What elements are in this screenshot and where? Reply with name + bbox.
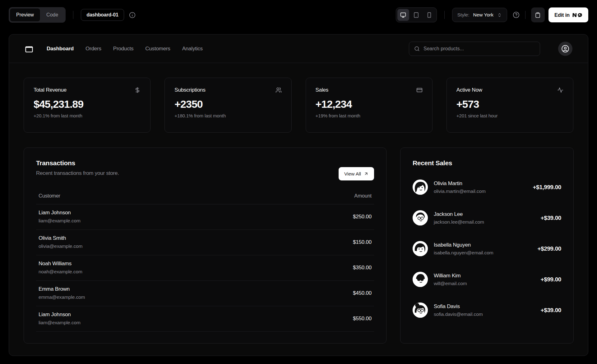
sale-name: Olivia Martin bbox=[434, 180, 486, 187]
transaction-amount: $550.00 bbox=[268, 306, 374, 332]
stat-icon bbox=[134, 87, 141, 93]
toolbar-divider bbox=[73, 11, 73, 19]
desktop-view-button[interactable] bbox=[397, 9, 409, 21]
style-value: New York bbox=[473, 12, 493, 18]
transactions-table: Customer Amount Liam Johnson liam@exampl… bbox=[36, 193, 374, 332]
clipboard-icon bbox=[535, 12, 541, 18]
stat-icon bbox=[557, 87, 563, 93]
nav-item-products[interactable]: Products bbox=[113, 46, 134, 52]
tab-code[interactable]: Code bbox=[40, 8, 64, 21]
sale-name: Jackson Lee bbox=[434, 211, 484, 217]
customer-email: liam@example.com bbox=[39, 218, 265, 224]
device-size-toggle bbox=[396, 7, 437, 22]
sale-email: isabella.nguyen@email.com bbox=[434, 250, 493, 256]
transaction-row[interactable]: Liam Johnson liam@example.com $550.00 bbox=[36, 306, 374, 332]
customer-email: liam@example.com bbox=[39, 320, 265, 325]
recent-sales-list: Olivia Martin olivia.martin@email.com +$… bbox=[413, 180, 561, 318]
store-navbar: Dashboard Orders Products Customers Anal… bbox=[9, 34, 588, 63]
nav-item-orders[interactable]: Orders bbox=[86, 46, 101, 52]
arrow-up-right-icon bbox=[364, 171, 368, 176]
circle-user-icon bbox=[561, 45, 569, 53]
stat-change: +201 since last hour bbox=[456, 113, 563, 118]
stat-icon bbox=[416, 87, 423, 93]
stat-change: +180.1% from last month bbox=[174, 113, 281, 118]
style-select[interactable]: Style: New York bbox=[452, 8, 507, 22]
column-customer: Customer bbox=[36, 193, 268, 204]
stat-title: Active Now bbox=[456, 87, 482, 93]
account-button[interactable] bbox=[558, 42, 572, 56]
avatar bbox=[413, 303, 428, 318]
chevrons-up-down-icon bbox=[497, 13, 502, 17]
tablet-icon bbox=[413, 12, 419, 18]
transaction-row[interactable]: Olivia Smith olivia@example.com $150.00 bbox=[36, 230, 374, 255]
v0-logo-icon bbox=[572, 12, 582, 18]
sale-row[interactable]: Isabella Nguyen isabella.nguyen@email.co… bbox=[413, 241, 561, 256]
sale-amount: +$39.00 bbox=[541, 307, 561, 314]
search-input[interactable] bbox=[423, 46, 535, 52]
sale-row[interactable]: Sofia Davis sofia.davis@email.com +$39.0… bbox=[413, 303, 561, 318]
block-name-badge: dashboard-01 bbox=[81, 9, 124, 21]
sale-row[interactable]: Jackson Lee jackson.lee@email.com +$39.0… bbox=[413, 210, 561, 225]
search-box bbox=[409, 42, 540, 56]
edit-in-label: Edit in bbox=[554, 12, 570, 18]
stat-value: +12,234 bbox=[316, 98, 423, 110]
customer-email: noah@example.com bbox=[39, 269, 265, 275]
stat-title: Total Revenue bbox=[34, 87, 67, 93]
sale-email: will@email.com bbox=[434, 281, 467, 286]
stat-change: +20.1% from last month bbox=[34, 113, 141, 118]
sale-email: olivia.martin@email.com bbox=[434, 189, 486, 194]
column-amount: Amount bbox=[268, 193, 374, 204]
stat-title: Subscriptions bbox=[174, 87, 205, 93]
tablet-view-button[interactable] bbox=[410, 9, 422, 21]
recent-sales-title: Recent Sales bbox=[413, 159, 561, 167]
view-all-label: View All bbox=[344, 171, 361, 177]
stat-value: +2350 bbox=[174, 98, 281, 110]
nav-item-analytics[interactable]: Analytics bbox=[182, 46, 203, 52]
stat-card: Active Now +573 +201 since last hour bbox=[447, 78, 573, 133]
sale-amount: +$299.00 bbox=[537, 245, 561, 252]
transaction-amount: $450.00 bbox=[268, 281, 374, 306]
sale-email: sofia.davis@email.com bbox=[434, 312, 483, 317]
customer-email: emma@example.com bbox=[39, 294, 265, 300]
sale-row[interactable]: Olivia Martin olivia.martin@email.com +$… bbox=[413, 180, 561, 195]
nav-item-dashboard[interactable]: Dashboard bbox=[47, 46, 74, 52]
sale-row[interactable]: William Kim will@email.com +$99.00 bbox=[413, 272, 561, 287]
customer-name: Liam Johnson bbox=[39, 210, 265, 216]
style-label: Style: bbox=[457, 12, 470, 18]
search-icon bbox=[414, 46, 420, 52]
customer-email: olivia@example.com bbox=[39, 243, 265, 249]
mobile-view-button[interactable] bbox=[423, 9, 435, 21]
avatar bbox=[413, 210, 428, 225]
preview-code-toggle: Preview Code bbox=[9, 7, 66, 23]
transaction-amount: $150.00 bbox=[268, 230, 374, 255]
transaction-row[interactable]: Noah Williams noah@example.com $350.00 bbox=[36, 255, 374, 281]
edit-in-v0-button[interactable]: Edit in bbox=[548, 7, 588, 22]
stat-cards: Total Revenue $45,231.89 +20.1% from las… bbox=[24, 78, 573, 133]
stat-value: +573 bbox=[456, 98, 563, 110]
transaction-amount: $350.00 bbox=[268, 255, 374, 281]
smartphone-icon bbox=[426, 12, 432, 18]
stat-value: $45,231.89 bbox=[34, 98, 141, 110]
stat-icon bbox=[275, 87, 282, 93]
sale-email: jackson.lee@email.com bbox=[434, 219, 484, 225]
stat-card: Total Revenue $45,231.89 +20.1% from las… bbox=[24, 78, 150, 133]
info-icon[interactable] bbox=[129, 12, 136, 18]
recent-sales-card: Recent Sales Olivia Martin olivia.martin… bbox=[400, 148, 574, 344]
transaction-row[interactable]: Liam Johnson liam@example.com $250.00 bbox=[36, 204, 374, 230]
sale-amount: +$1,999.00 bbox=[533, 184, 561, 191]
top-toolbar: Preview Code dashboard-01 Style: New Yor… bbox=[0, 0, 597, 30]
nav-item-customers[interactable]: Customers bbox=[145, 46, 170, 52]
sale-amount: +$39.00 bbox=[541, 215, 561, 221]
monitor-icon bbox=[400, 12, 406, 18]
copy-code-button[interactable] bbox=[531, 7, 545, 22]
tab-preview[interactable]: Preview bbox=[10, 8, 40, 21]
sale-name: Isabella Nguyen bbox=[434, 242, 493, 248]
stat-change: +19% from last month bbox=[316, 113, 423, 118]
view-all-button[interactable]: View All bbox=[339, 167, 374, 180]
avatar bbox=[413, 241, 428, 256]
transaction-row[interactable]: Emma Brown emma@example.com $450.00 bbox=[36, 281, 374, 306]
package-icon[interactable] bbox=[25, 44, 34, 53]
help-icon[interactable] bbox=[513, 11, 520, 18]
transactions-card: Transactions Recent transactions from yo… bbox=[24, 148, 386, 344]
stat-title: Sales bbox=[316, 87, 329, 93]
